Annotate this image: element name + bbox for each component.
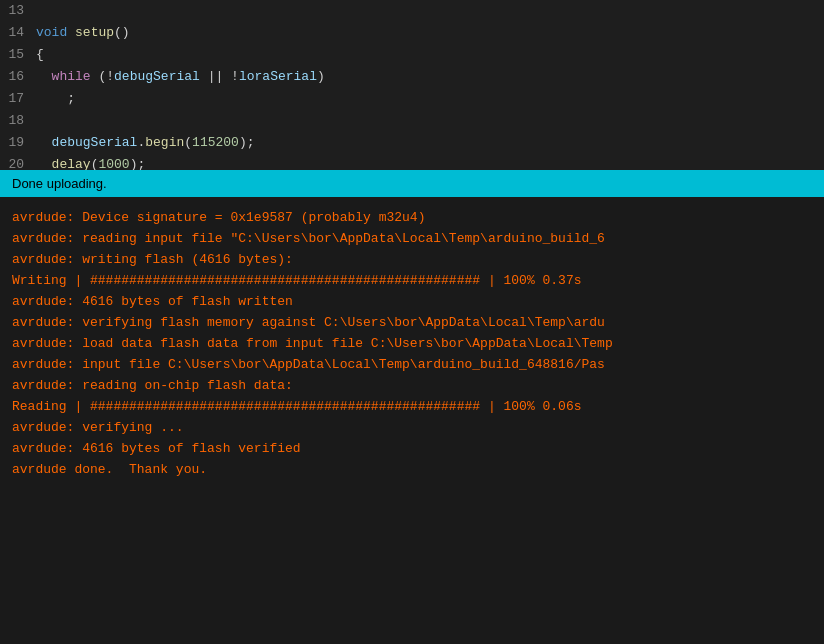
console-line-9: avrdude: verifying ... bbox=[12, 417, 812, 438]
code-line-13: 13 bbox=[0, 0, 824, 22]
line-number: 17 bbox=[0, 88, 36, 110]
code-line-17: 17 ; bbox=[0, 88, 824, 110]
console-line-done: avrdude done. Thank you. bbox=[12, 459, 812, 480]
code-content: while (!debugSerial || !loraSerial) bbox=[36, 66, 824, 88]
code-content: debugSerial.begin(115200); bbox=[36, 132, 824, 154]
line-number: 16 bbox=[0, 66, 36, 88]
code-content: delay(1000); bbox=[36, 154, 824, 170]
console-line-10: avrdude: 4616 bytes of flash verified bbox=[12, 438, 812, 459]
console-line-7: avrdude: input file C:\Users\bor\AppData… bbox=[12, 354, 812, 375]
console-line-progress-read: Reading | ##############################… bbox=[12, 396, 812, 417]
code-content: ; bbox=[36, 88, 824, 110]
line-number: 20 bbox=[0, 154, 36, 170]
console-line-8: avrdude: reading on-chip flash data: bbox=[12, 375, 812, 396]
code-line-14: 14 void setup() bbox=[0, 22, 824, 44]
line-number: 18 bbox=[0, 110, 36, 132]
line-number: 13 bbox=[0, 0, 36, 22]
line-number: 19 bbox=[0, 132, 36, 154]
code-line-16: 16 while (!debugSerial || !loraSerial) bbox=[0, 66, 824, 88]
console-line-4: avrdude: 4616 bytes of flash written bbox=[12, 291, 812, 312]
console-line-1: avrdude: Device signature = 0x1e9587 (pr… bbox=[12, 207, 812, 228]
code-line-18: 18 bbox=[0, 110, 824, 132]
code-line-20: 20 delay(1000); bbox=[0, 154, 824, 170]
code-content: { bbox=[36, 44, 824, 66]
line-number: 14 bbox=[0, 22, 36, 44]
line-number: 15 bbox=[0, 44, 36, 66]
code-line-15: 15 { bbox=[0, 44, 824, 66]
console-area: avrdude: Device signature = 0x1e9587 (pr… bbox=[0, 197, 824, 644]
status-bar: Done uploading. bbox=[0, 170, 824, 197]
status-message: Done uploading. bbox=[12, 176, 107, 191]
console-line-3: avrdude: writing flash (4616 bytes): bbox=[12, 249, 812, 270]
console-line-2: avrdude: reading input file "C:\Users\bo… bbox=[12, 228, 812, 249]
console-line-progress-write: Writing | ##############################… bbox=[12, 270, 812, 291]
code-line-19: 19 debugSerial.begin(115200); bbox=[0, 132, 824, 154]
code-editor: 13 14 void setup() 15 { 16 while (!debug… bbox=[0, 0, 824, 170]
code-content: void setup() bbox=[36, 22, 824, 44]
console-line-5: avrdude: verifying flash memory against … bbox=[12, 312, 812, 333]
console-line-6: avrdude: load data flash data from input… bbox=[12, 333, 812, 354]
